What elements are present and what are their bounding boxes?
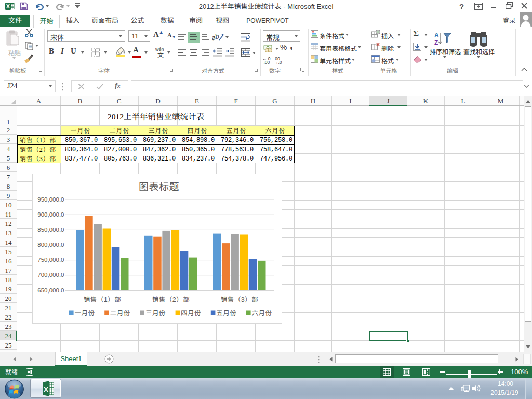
svg-text:销售（1）部: 销售（1）部 [84, 296, 121, 303]
svg-text:Z: Z [434, 39, 438, 46]
svg-text:销售（2）部: 销售（2）部 [152, 296, 190, 303]
svg-text:800,000.0: 800,000.0 [37, 242, 64, 248]
svg-text:.00: .00 [264, 60, 270, 64]
svg-text:文: 文 [157, 51, 164, 58]
svg-text:700,000.0: 700,000.0 [37, 272, 64, 278]
svg-text:950,000.0: 950,000.0 [37, 196, 64, 203]
svg-text:ab: ab [212, 32, 220, 42]
svg-text:销售（3）部: 销售（3）部 [221, 296, 258, 303]
svg-text:四月份: 四月份 [181, 310, 201, 317]
svg-text:二月份: 二月份 [110, 310, 130, 317]
svg-text:A: A [434, 32, 439, 39]
svg-text:850,000.0: 850,000.0 [37, 227, 64, 233]
svg-text:图表标题: 图表标题 [139, 181, 179, 192]
svg-text:650,000.0: 650,000.0 [37, 287, 64, 294]
svg-text:六月份: 六月份 [252, 310, 272, 317]
svg-text:X: X [6, 3, 10, 9]
svg-text:→.0: →.0 [274, 60, 282, 64]
svg-text:五月份: 五月份 [216, 310, 236, 317]
svg-text:一月份: 一月份 [75, 310, 95, 317]
svg-text:X: X [44, 385, 48, 393]
svg-text:三月份: 三月份 [145, 310, 166, 317]
svg-text:900,000.0: 900,000.0 [37, 211, 64, 218]
svg-text:750,000.0: 750,000.0 [37, 257, 64, 263]
